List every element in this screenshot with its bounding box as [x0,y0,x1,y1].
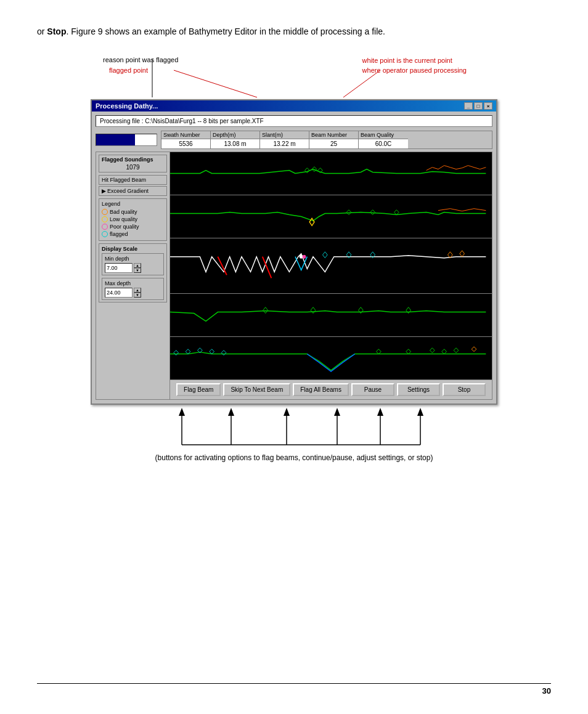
arrow-icon: ▶ [102,188,106,194]
poor-quality-icon [102,224,108,230]
chart-panel-4 [170,294,492,337]
white-point-line1: white point is the current point [362,56,467,65]
svg-marker-25 [221,351,226,355]
legend-item-bad: Bad quality [102,209,164,215]
min-depth-up-btn[interactable]: ▲ [134,263,141,268]
file-path-text: Processing file : C:\NsisData\Furg1 -- 8… [100,118,264,124]
dialog-body: Processing file : C:\NsisData\Furg1 -- 8… [92,112,496,404]
hit-flagged-beam-label: Hit Flagged Beam [102,177,164,183]
page-footer: 30 [0,683,588,696]
depth-value: 13.08 m [211,139,259,148]
svg-marker-9 [394,210,399,215]
poor-quality-label: Poor quality [110,224,139,230]
svg-marker-31 [472,347,476,352]
beam-number-field: Beam Number 25 [309,131,359,148]
min-depth-input[interactable] [105,263,133,273]
svg-marker-29 [442,349,447,354]
svg-marker-37 [284,408,290,416]
progress-seg-8 [135,134,141,145]
svg-marker-26 [376,349,381,354]
figure-container: reason point was flagged flagged point w… [37,53,551,462]
svg-marker-17 [263,307,268,314]
chart-1-svg [170,152,492,195]
pause-button[interactable]: Pause [351,383,394,396]
maximize-button[interactable]: □ [474,102,483,110]
svg-marker-43 [417,408,423,416]
titlebar-buttons: _ □ × [464,102,492,110]
chart-panel-1 [170,152,492,195]
max-depth-up-btn[interactable]: ▲ [134,288,141,293]
svg-marker-7 [346,210,351,215]
svg-marker-30 [454,348,459,353]
skip-to-next-beam-button[interactable]: Skip To Next Beam [223,383,290,396]
beam-quality-value: 60.0C [359,139,408,148]
minimize-button[interactable]: _ [464,102,473,110]
display-scale-title: Display Scale [102,246,164,252]
slant-field: Slant(m) 13.22 m [260,131,309,148]
svg-marker-27 [406,349,411,354]
chart-2-svg [170,195,492,238]
progress-seg-3 [107,134,113,145]
depth-label: Depth(m) [211,131,259,139]
figure-caption: (buttons for activating options to flag … [155,453,433,462]
swath-value: 5536 [161,139,210,148]
settings-button[interactable]: Settings [397,383,440,396]
flagged-quality-label: flagged [110,231,128,237]
main-content-area: Flagged Soundings 1079 Hit Flagged Beam … [96,152,492,400]
max-depth-input[interactable] [105,288,133,298]
low-quality-label: Low quality [110,216,137,222]
white-point-line2: where operator paused processing [362,66,467,75]
footer-divider [37,683,551,684]
chart-panel-5 [170,337,492,380]
chart-4-svg [170,294,492,336]
flagged-label-text: flagged point [109,67,148,74]
slant-value: 13.22 m [260,139,309,148]
min-depth-input-row: ▲ ▼ [105,263,161,273]
hit-flagged-beam-section: Hit Flagged Beam [99,175,167,185]
intro-bold-word: Stop [47,26,66,36]
svg-marker-22 [186,349,190,354]
exceed-gradient-label: Exceed Gradient [107,188,149,194]
file-path-row: Processing file : C:\NsisData\Furg1 -- 8… [96,115,492,127]
progress-bar-inner [96,134,157,145]
min-depth-title: Min depth [105,256,161,262]
info-bar: Swath Number 5536 Depth(m) 13.08 m Slant… [96,131,492,149]
svg-marker-35 [228,408,234,416]
flagged-soundings-value: 1079 [102,164,164,171]
max-depth-input-row: ▲ ▼ [105,288,161,298]
progress-seg-10 [146,134,152,145]
dialog-titlebar: Processing Dathy... _ □ × [92,100,496,112]
beam-number-label: Beam Number [309,131,358,139]
svg-marker-39 [334,408,340,416]
legend-title: Legend [102,201,164,207]
bad-quality-icon [102,209,108,215]
stop-button[interactable]: Stop [443,383,486,396]
max-depth-down-btn[interactable]: ▼ [134,293,141,298]
flag-beam-button[interactable]: Flag Beam [176,383,221,396]
progress-seg-7 [129,134,135,145]
display-scale-section: Display Scale Min depth ▲ ▼ [99,243,167,302]
flag-all-beams-button[interactable]: Flag All Beams [293,383,349,396]
max-depth-section: Max depth ▲ ▼ [102,278,164,300]
chart-area: Flag Beam Skip To Next Beam Flag All Bea… [170,152,492,399]
svg-line-1 [174,70,257,97]
intro-text-before: or [37,26,47,36]
info-fields: Swath Number 5536 Depth(m) 13.08 m Slant… [161,131,492,149]
chart-3-svg [170,238,492,293]
white-point-label: white point is the current point where o… [362,56,467,75]
close-button[interactable]: × [484,102,492,110]
legend-item-flagged: flagged [102,231,164,237]
reason-flag-label: reason point was flagged [103,56,178,63]
intro-paragraph: or Stop. Figure 9 shows an example of Ba… [37,25,551,38]
annotation-area: reason point was flagged flagged point w… [84,53,504,99]
button-row: Flag Beam Skip To Next Beam Flag All Bea… [170,380,492,399]
min-depth-down-btn[interactable]: ▼ [134,268,141,273]
swath-label: Swath Number [161,131,210,139]
min-depth-spinner: ▲ ▼ [134,263,141,273]
svg-point-11 [303,255,306,259]
chart-5-svg [170,337,492,379]
intro-text-after: . Figure 9 shows an example of Bathymetr… [66,26,385,36]
arrows-area [91,405,497,451]
footer-content: 30 [37,686,551,696]
legend-item-poor: Poor quality [102,224,164,230]
